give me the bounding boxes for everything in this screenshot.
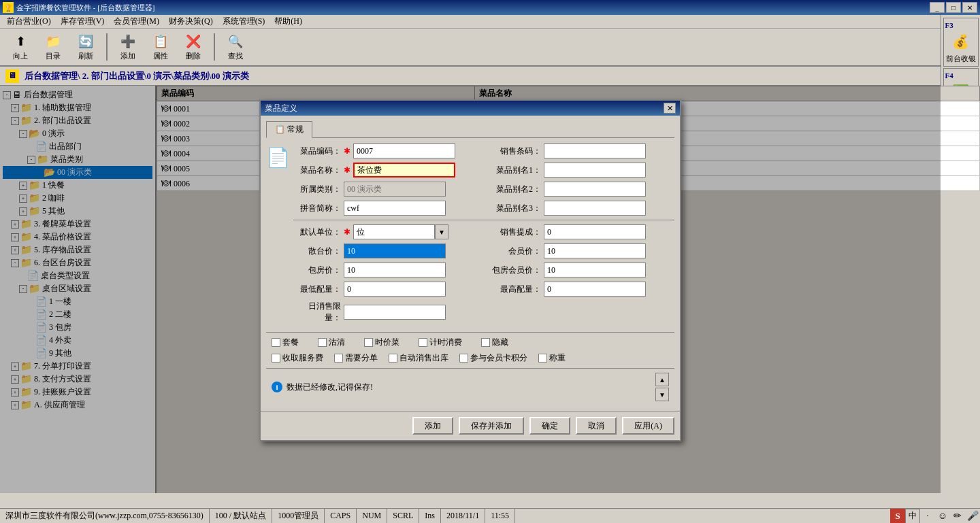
status-operator: 1000管理员 — [272, 509, 325, 523]
checkbox-soldout[interactable]: 沽清 — [318, 337, 345, 348]
toolbar-add[interactable]: ➕ 添加 — [113, 32, 143, 63]
checkbox-points[interactable]: 参与会员卡积分 — [459, 352, 527, 364]
minqty-label: 最低配量： — [293, 284, 341, 295]
barcode-label: 销售条码： — [487, 146, 541, 157]
ime-zh[interactable]: 中 — [905, 509, 920, 524]
path-bar: 🖥 后台数据管理\ 2. 部门出品设置\0 演示\菜品类别\00 演示类 — [0, 67, 980, 86]
dialog-footer: 添加 保存并添加 确定 取消 应用(A) — [261, 411, 680, 440]
title-bar: 🏆 金字招牌餐饮管理软件 - [后台数据管理器] _ □ ✕ — [0, 0, 980, 15]
sidebar-f3[interactable]: F3 💰 前台收银 — [943, 18, 979, 67]
room-price-input[interactable] — [344, 263, 446, 277]
checkbox-hidden[interactable]: 隐藏 — [481, 337, 508, 348]
dish-name-required: ✱ — [344, 165, 350, 175]
form-icon-area: 📄 — [266, 144, 293, 328]
toolbar-sep2 — [214, 33, 215, 61]
checkbox-hidden-box[interactable] — [481, 338, 490, 347]
title-bar-controls: _ □ ✕ — [930, 2, 977, 13]
menu-finance[interactable]: 财务决策(Q) — [165, 15, 217, 28]
toolbar-props[interactable]: 📋 属性 — [146, 32, 176, 63]
checkbox-points-box[interactable] — [459, 354, 468, 362]
info-bar: i 数据已经修改,记得保存! ▲ ▼ — [266, 368, 674, 405]
checkbox-service-box[interactable] — [272, 354, 280, 362]
checkbox-timeprice-box[interactable] — [364, 338, 373, 347]
ok-button[interactable]: 确定 — [529, 417, 570, 435]
scroll-down-btn[interactable]: ▼ — [655, 388, 669, 401]
scroll-up-btn[interactable]: ▲ — [655, 373, 669, 386]
apply-button[interactable]: 应用(A) — [622, 417, 674, 435]
toolbar-add-label: 添加 — [120, 51, 135, 61]
pinyin-input[interactable] — [344, 201, 446, 216]
menu-system[interactable]: 系统管理(S) — [218, 15, 270, 28]
altname1-input[interactable] — [544, 163, 646, 178]
toolbar-delete[interactable]: ❌ 删除 — [178, 32, 208, 63]
menu-frontdesk[interactable]: 前台营业(O) — [3, 15, 55, 28]
add-button[interactable]: 添加 — [412, 417, 453, 435]
checkbox-timeprice[interactable]: 时价菜 — [364, 337, 399, 348]
dialog-close-btn[interactable]: ✕ — [664, 103, 676, 114]
form-row-code: 菜品编码： ✱ 销售条码： — [293, 144, 674, 158]
cancel-button[interactable]: 取消 — [576, 417, 617, 435]
toolbar-dir[interactable]: 📁 目录 — [38, 32, 68, 63]
maxqty-input[interactable] — [544, 282, 646, 297]
form-row-pinyin: 拼音简称： 菜品别名3： — [293, 201, 674, 216]
toolbar-refresh[interactable]: 🔄 刷新 — [71, 32, 101, 63]
menu-inventory[interactable]: 库存管理(V) — [56, 15, 109, 28]
room-member-price-input[interactable] — [544, 263, 646, 277]
unit-dropdown[interactable]: ▼ — [435, 224, 448, 239]
search-icon: 🔍 — [227, 33, 244, 50]
checkbox-package[interactable]: 套餐 — [272, 337, 299, 348]
info-message: 数据已经修改,记得保存! — [287, 382, 373, 393]
checkbox-autostock-box[interactable] — [389, 354, 397, 362]
status-caps: CAPS — [325, 509, 357, 523]
close-btn[interactable]: ✕ — [962, 2, 977, 13]
checkbox-timed[interactable]: 计时消费 — [419, 337, 462, 348]
altname2-input[interactable] — [544, 182, 646, 197]
rebate-input[interactable] — [544, 224, 646, 239]
checkbox-service[interactable]: 收取服务费 — [272, 352, 323, 364]
menu-bar: 前台营业(O) 库存管理(V) 会员管理(M) 财务决策(Q) 系统管理(S) … — [0, 15, 980, 29]
up-icon: ⬆ — [12, 33, 29, 50]
checkbox-weight[interactable]: 称重 — [538, 352, 566, 364]
checkbox-split[interactable]: 需要分单 — [334, 352, 378, 364]
barcode-input[interactable] — [544, 144, 646, 158]
f3-key: F3 — [945, 21, 953, 29]
checkbox-split-box[interactable] — [334, 354, 343, 362]
status-bar: 深圳市三度软件有限公司(www.jzzp.com,0755-83656130) … — [0, 508, 980, 523]
toolbar-search[interactable]: 🔍 查找 — [220, 32, 250, 63]
toolbar-up[interactable]: ⬆ 向上 — [5, 32, 35, 63]
toolbar-refresh-label: 刷新 — [78, 51, 93, 61]
save-add-button[interactable]: 保存并添加 — [459, 417, 524, 435]
tab-general[interactable]: 📋 常规 — [266, 121, 312, 138]
member-price-input[interactable] — [544, 243, 646, 258]
app-icon: 🏆 — [3, 2, 14, 13]
status-ins: Ins — [419, 509, 441, 523]
form-right-rebate: 销售提成： — [481, 224, 674, 239]
form-left-pinyin: 拼音简称： — [293, 201, 481, 216]
checkbox-autostock[interactable]: 自动消售出库 — [389, 352, 448, 364]
altname3-input[interactable] — [544, 201, 646, 216]
caps-text: CAPS — [330, 511, 350, 521]
pinyin-label: 拼音简称： — [293, 203, 341, 214]
daily-limit-input[interactable] — [344, 305, 446, 320]
checkbox-soldout-box[interactable] — [318, 338, 327, 347]
category-label: 所属类别： — [293, 184, 341, 195]
minimize-btn[interactable]: _ — [930, 2, 945, 13]
checkbox-weight-box[interactable] — [538, 354, 547, 362]
checkbox-package-box[interactable] — [272, 338, 280, 347]
form-row-category: 所属类别： 菜品别名2： — [293, 182, 674, 197]
status-date: 2018/11/1 — [441, 509, 485, 523]
dish-code-input[interactable] — [353, 144, 455, 158]
minqty-input[interactable] — [344, 282, 446, 297]
menu-member[interactable]: 会员管理(M) — [110, 15, 163, 28]
retail-price-input[interactable] — [344, 243, 446, 258]
checkbox-timed-box[interactable] — [419, 338, 427, 347]
toolbar-sep1 — [106, 33, 108, 61]
form-row-qty: 最低配量： 最高配量： — [293, 282, 674, 297]
restore-btn[interactable]: □ — [946, 2, 961, 13]
menu-help[interactable]: 帮助(H) — [270, 15, 306, 28]
ime-icon: S — [890, 509, 905, 524]
dish-name-input[interactable] — [353, 163, 455, 178]
status-scrl: SCRL — [387, 509, 419, 523]
ime-smile: ☺ — [935, 509, 950, 524]
unit-input[interactable] — [353, 224, 435, 239]
